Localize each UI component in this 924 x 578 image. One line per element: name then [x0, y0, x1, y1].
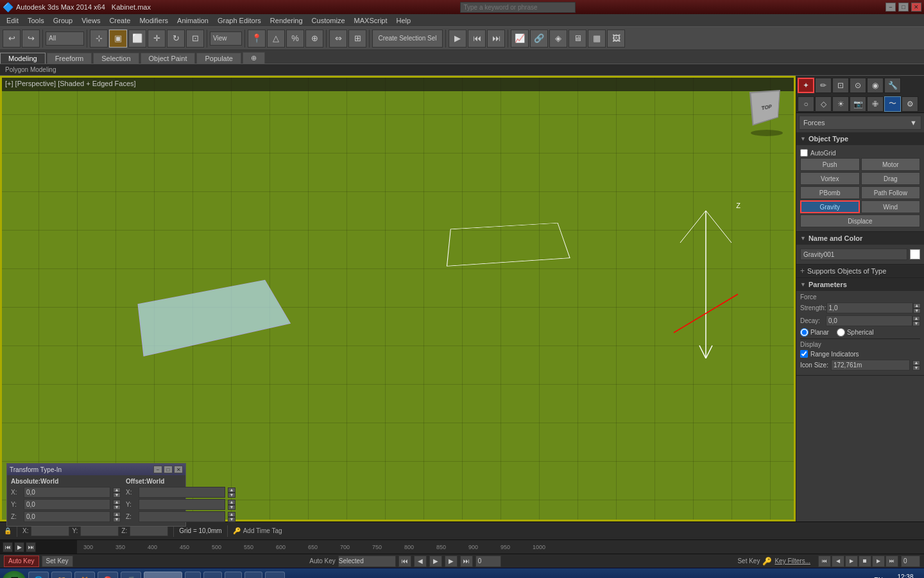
- anim-next-button[interactable]: ▶: [872, 556, 885, 567]
- menu-modifiers[interactable]: Modifiers: [135, 16, 172, 25]
- frame-input[interactable]: [475, 556, 501, 567]
- wind-button[interactable]: Wind: [861, 200, 921, 213]
- rotate-icon[interactable]: ↻: [167, 30, 185, 48]
- menu-help[interactable]: Help: [393, 16, 415, 25]
- tab-selection[interactable]: Selection: [93, 53, 139, 64]
- push-button[interactable]: Push: [800, 158, 860, 171]
- filter-dropdown[interactable]: All: [46, 31, 84, 46]
- absolute-y-input[interactable]: [24, 499, 110, 510]
- next-key-icon[interactable]: ⏭: [487, 30, 505, 48]
- absolute-x-input[interactable]: [24, 487, 110, 498]
- name-color-header[interactable]: ▼ Name and Color: [796, 232, 924, 245]
- undo-icon[interactable]: ↩: [3, 30, 21, 48]
- minimize-button[interactable]: −: [886, 3, 896, 12]
- planar-option[interactable]: Planar: [800, 328, 829, 337]
- prev-key-icon[interactable]: ⏮: [468, 30, 486, 48]
- mirror-icon[interactable]: ⇔: [329, 30, 347, 48]
- view-dropdown[interactable]: View: [210, 31, 242, 46]
- tab-populate[interactable]: Populate: [196, 53, 241, 64]
- anim-first-button[interactable]: ⏮: [818, 556, 831, 567]
- move-icon[interactable]: ✛: [148, 30, 166, 48]
- select-icon[interactable]: ⊹: [90, 30, 108, 48]
- taskbar-app-ie[interactable]: 🌐: [28, 572, 49, 579]
- hierarchy-panel-icon[interactable]: ⊡: [832, 78, 849, 93]
- absolute-x-down[interactable]: ▼: [113, 493, 121, 498]
- play-icon[interactable]: ▶: [449, 30, 466, 48]
- lights-icon[interactable]: ☀: [832, 96, 849, 112]
- autogrid-checkbox[interactable]: [800, 149, 808, 157]
- offset-y-up[interactable]: ▲: [228, 500, 235, 505]
- taskbar-app-explorer[interactable]: 📁: [51, 572, 72, 579]
- dialog-minimize-button[interactable]: −: [153, 466, 162, 473]
- gravity-button[interactable]: Gravity: [800, 200, 860, 213]
- create-panel-icon[interactable]: ✦: [798, 78, 814, 93]
- last-frame-button[interactable]: ⏭: [460, 556, 473, 567]
- menu-rendering[interactable]: Rendering: [266, 16, 307, 25]
- taskbar-app-mail[interactable]: ✉: [225, 572, 242, 579]
- pbomb-button[interactable]: PBomb: [800, 186, 860, 199]
- vortex-button[interactable]: Vortex: [800, 172, 860, 185]
- icon-size-input[interactable]: [831, 360, 910, 371]
- add-time-tag-button[interactable]: Add Time Tag: [243, 527, 282, 534]
- offset-z-input[interactable]: [139, 511, 225, 522]
- menu-animation[interactable]: Animation: [173, 16, 212, 25]
- frame-counter-input[interactable]: [901, 556, 920, 567]
- tab-add[interactable]: ⊕: [243, 52, 265, 64]
- menu-maxscript[interactable]: MAXScript: [350, 16, 391, 25]
- first-frame-button[interactable]: ⏮: [398, 556, 411, 567]
- set-key-button[interactable]: Set Key: [42, 556, 73, 567]
- strength-down-button[interactable]: ▼: [913, 308, 921, 313]
- play-nav-button[interactable]: ▶: [429, 556, 442, 567]
- icon-size-up-button[interactable]: ▲: [912, 360, 920, 365]
- key-filters-button[interactable]: Key Filters...: [774, 557, 810, 565]
- object-name-input[interactable]: [800, 249, 907, 260]
- offset-z-down[interactable]: ▼: [228, 517, 235, 522]
- utilities-panel-icon[interactable]: 🔧: [884, 78, 901, 93]
- anim-last-button[interactable]: ⏭: [886, 556, 898, 567]
- taskbar-app-chrome[interactable]: 🔴: [98, 572, 118, 579]
- systems-icon[interactable]: ⚙: [902, 96, 918, 112]
- prev-frame-button[interactable]: ⏮: [3, 542, 13, 552]
- spacewarps-icon[interactable]: 〜: [884, 96, 901, 112]
- taskbar-app-word[interactable]: W: [244, 572, 262, 579]
- snap-angle-icon[interactable]: △: [267, 30, 285, 48]
- decay-input[interactable]: [826, 315, 912, 326]
- displace-button[interactable]: Displace: [800, 215, 920, 227]
- anim-prev-button[interactable]: ◀: [832, 556, 844, 567]
- menu-group[interactable]: Group: [49, 16, 77, 25]
- strength-input[interactable]: [826, 302, 913, 313]
- viewport[interactable]: [+] [Perspective] [Shaded + Edged Faces]…: [0, 76, 796, 521]
- strength-up-button[interactable]: ▲: [913, 303, 921, 308]
- absolute-z-up[interactable]: ▲: [113, 512, 121, 517]
- supports-objects-header[interactable]: + Supports Objects of Type: [796, 265, 924, 277]
- curve-editor-icon[interactable]: 📈: [511, 30, 529, 48]
- quick-render-icon[interactable]: ▦: [588, 30, 606, 48]
- object-type-header[interactable]: ▼ Object Type: [796, 132, 924, 145]
- navigation-cube[interactable]: TOP: [744, 85, 789, 130]
- shapes-icon[interactable]: ◇: [815, 96, 832, 112]
- menu-views[interactable]: Views: [78, 16, 104, 25]
- selected-dropdown[interactable]: Selected: [338, 556, 396, 567]
- taskbar-app-arrow[interactable]: ↔: [203, 572, 222, 579]
- prev-frame-nav-button[interactable]: ◀: [414, 556, 427, 567]
- modify-panel-icon[interactable]: ✏: [815, 78, 832, 93]
- next-frame-nav-button[interactable]: ▶: [445, 556, 458, 567]
- offset-y-down[interactable]: ▼: [228, 505, 235, 510]
- render-frame-icon[interactable]: 🖼: [607, 30, 625, 48]
- create-selection-button[interactable]: Create Selection Sel: [372, 30, 443, 48]
- drag-button[interactable]: Drag: [861, 172, 921, 185]
- menu-graph-editors[interactable]: Graph Editors: [214, 16, 265, 25]
- tab-modeling[interactable]: Modeling: [0, 53, 46, 64]
- decay-up-button[interactable]: ▲: [912, 316, 920, 321]
- offset-y-input[interactable]: [139, 499, 225, 510]
- redo-icon[interactable]: ↪: [22, 30, 40, 48]
- menu-edit[interactable]: Edit: [3, 16, 22, 25]
- timeline-ruler[interactable]: 300 350 400 450 500 550 600 650 700 750 …: [77, 540, 924, 554]
- align-icon[interactable]: ⊞: [348, 30, 366, 48]
- close-button[interactable]: ✕: [911, 3, 921, 12]
- color-swatch[interactable]: [910, 249, 920, 259]
- taskbar-app-firefox[interactable]: 🦊: [74, 572, 95, 579]
- geometry-icon[interactable]: ○: [798, 96, 814, 112]
- offset-x-up[interactable]: ▲: [228, 487, 235, 493]
- icon-size-down-button[interactable]: ▼: [912, 365, 920, 371]
